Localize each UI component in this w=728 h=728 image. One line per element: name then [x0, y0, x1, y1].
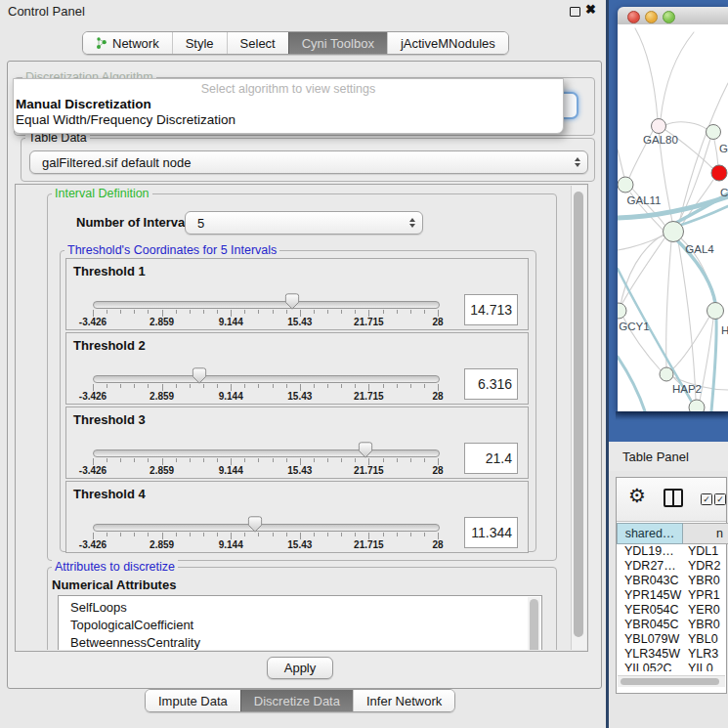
network-edge: [678, 241, 696, 400]
threshold-value-field[interactable]: 21.4: [464, 443, 518, 474]
table-row[interactable]: YPR145WYPR1: [617, 588, 726, 603]
dropdown-option-equal-width[interactable]: Equal Width/Frequency Discretization: [16, 112, 236, 127]
network-node[interactable]: [711, 165, 727, 181]
horizontal-scrollbar[interactable]: [618, 675, 725, 687]
checkbox-icon[interactable]: ✓: [714, 493, 726, 505]
network-canvas[interactable]: GAL80GAL11GAL4GCY1HAP2GACH: [618, 24, 728, 411]
close-traffic-light[interactable]: [627, 11, 640, 23]
threshold-slider[interactable]: -3.4262.8599.14415.4321.71528: [93, 482, 438, 550]
table-panel-title: Table Panel: [622, 450, 689, 464]
numerical-attributes-list: SelfLoopsTopologicalCoefficientBetweenne…: [59, 596, 541, 650]
checkbox-icon[interactable]: ✓: [701, 493, 712, 505]
attribute-item[interactable]: TopologicalCoefficient: [59, 617, 541, 634]
threshold-panel-3: Threshold 3-3.4262.8599.14415.4321.71528…: [65, 407, 529, 479]
table-row[interactable]: YIL052CYIL0: [617, 662, 726, 671]
network-node[interactable]: [707, 303, 724, 320]
node-label: HAP2: [672, 383, 702, 395]
algorithm-dropdown-popup: Select algorithm to view settings Manual…: [13, 78, 564, 134]
threshold-value-field[interactable]: 6.316: [464, 368, 518, 400]
table-row[interactable]: YBL079WYBL0: [617, 632, 726, 647]
threshold-slider-thumb[interactable]: [247, 516, 262, 533]
thresholds-group: Threshold's Coordinates for 5 Intervals …: [60, 250, 536, 552]
number-of-intervals-label: Number of Intervals: [76, 215, 195, 230]
table-row[interactable]: YDR27…YDR2: [617, 559, 726, 574]
node-label-partial: H: [721, 324, 728, 336]
threshold-slider-thumb[interactable]: [284, 293, 299, 310]
threshold-value-field[interactable]: 14.713: [464, 294, 518, 325]
settings-scrollpane: Interval Definition Number of Intervals …: [15, 184, 588, 652]
float-window-icon[interactable]: [570, 7, 580, 17]
network-node[interactable]: [689, 400, 705, 411]
list-scrollbar[interactable]: [528, 597, 540, 650]
node-label: GAL4: [685, 243, 714, 255]
network-edge: [661, 32, 694, 119]
table-row[interactable]: YBR043CYBR0: [617, 574, 726, 588]
settings-viewport: Interval Definition Number of Intervals …: [17, 186, 570, 650]
close-icon[interactable]: ✖: [585, 2, 596, 17]
scrollbar-thumb[interactable]: [574, 192, 583, 637]
tab-style[interactable]: Style: [172, 32, 227, 54]
table-row[interactable]: YBR045CYBR0: [617, 618, 726, 632]
threshold-slider-thumb[interactable]: [193, 367, 207, 384]
split-columns-icon[interactable]: [664, 489, 683, 507]
network-edge: [672, 317, 709, 369]
panel-divider[interactable]: [606, 0, 609, 728]
bottom-tabbar: Impute Data Discretize Data Infer Networ…: [145, 689, 455, 712]
tab-cyni-toolbox[interactable]: Cyni Toolbox: [288, 32, 387, 54]
combo-arrows-icon: [575, 157, 580, 167]
table-row[interactable]: YDL19…YDL1: [617, 544, 726, 559]
threshold-slider-thumb[interactable]: [358, 442, 372, 458]
network-edge: [666, 241, 671, 367]
network-edge: [618, 150, 624, 178]
network-node[interactable]: [660, 367, 673, 381]
tab-network[interactable]: Network: [83, 32, 172, 54]
network-node[interactable]: [707, 125, 721, 140]
attributes-group-title: Attributes to discretize: [52, 560, 178, 574]
table-row[interactable]: YER054CYER0: [617, 603, 726, 618]
tab-select[interactable]: Select: [227, 32, 288, 54]
dropdown-option-manual[interactable]: Manual Discretization: [16, 97, 151, 111]
tab-discretize-data[interactable]: Discretize Data: [240, 690, 353, 711]
network-edge: [635, 28, 658, 119]
number-of-intervals-combobox[interactable]: 5: [185, 211, 423, 235]
minimize-traffic-light[interactable]: [645, 11, 658, 23]
gear-icon[interactable]: ⚙: [628, 486, 646, 505]
tab-jactivemnodules[interactable]: jActiveMNodules: [387, 32, 508, 54]
table-row[interactable]: YLR345WYLR3: [617, 647, 726, 662]
column-header-name[interactable]: n: [683, 523, 728, 544]
interval-definition-group: Interval Definition Number of Intervals …: [47, 193, 557, 561]
network-node[interactable]: [618, 303, 626, 319]
vertical-scrollbar[interactable]: [571, 186, 586, 650]
node-label-partial: C: [720, 187, 728, 198]
hscrollbar-thumb[interactable]: [621, 678, 719, 685]
threshold-slider[interactable]: -3.4262.8599.14415.4321.71528: [93, 259, 438, 327]
zoom-traffic-light[interactable]: [663, 11, 675, 23]
network-edge: [711, 319, 716, 411]
network-node[interactable]: [618, 177, 633, 193]
network-node[interactable]: [664, 222, 684, 242]
network-edge: [618, 236, 664, 250]
node-label: GCY1: [619, 321, 649, 332]
panel-title: Control Panel: [8, 4, 85, 19]
threshold-slider[interactable]: -3.4262.8599.14415.4321.71528: [93, 407, 438, 476]
node-label: GAL11: [627, 194, 662, 206]
table-panel: ⚙ ✓ ✓ shared… n YDL19…YDL1YDR27…YDR2YBR0…: [608, 471, 728, 728]
apply-button[interactable]: Apply: [267, 657, 333, 679]
table-rows: YDL19…YDL1YDR27…YDR2YBR043CYBR0YPR145WYP…: [617, 544, 726, 671]
column-header-shared-name[interactable]: shared…: [617, 523, 683, 544]
dropdown-placeholder: Select algorithm to view settings: [14, 82, 563, 96]
numerical-attributes-listbox: SelfLoopsTopologicalCoefficientBetweenne…: [58, 595, 542, 650]
network-window-titlebar[interactable]: [618, 7, 728, 25]
threshold-slider[interactable]: -3.4262.8599.14415.4321.71528: [93, 333, 438, 402]
tab-infer-network[interactable]: Infer Network: [353, 690, 454, 711]
table-data-value: galFiltered.sif default node: [42, 155, 191, 170]
network-edge: [714, 140, 718, 166]
table-data-combobox[interactable]: galFiltered.sif default node: [29, 150, 588, 174]
table-header: shared… n: [617, 523, 728, 544]
threshold-value-field[interactable]: 11.344: [464, 517, 518, 548]
attribute-item[interactable]: SelfLoops: [59, 599, 541, 617]
tab-impute-data[interactable]: Impute Data: [146, 690, 240, 711]
threshold-panel-2: Threshold 2-3.4262.8599.14415.4321.71528…: [65, 332, 529, 405]
network-node[interactable]: [652, 119, 666, 134]
attribute-item[interactable]: BetweennessCentrality: [59, 634, 541, 650]
